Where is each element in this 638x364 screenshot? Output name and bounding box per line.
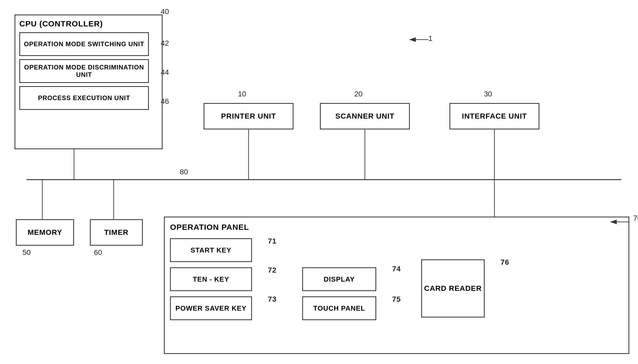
memory-box: MEMORY <box>16 219 74 246</box>
interface-unit-box: INTERFACE UNIT <box>449 103 539 129</box>
printer-unit-label: PRINTER UNIT <box>221 112 276 120</box>
printer-unit-box: PRINTER UNIT <box>204 103 293 129</box>
ref-80: 80 <box>180 168 188 176</box>
card-reader-box: CARD READER <box>421 259 485 318</box>
timer-box: TIMER <box>90 219 143 246</box>
display-box: DISPLAY <box>302 267 376 291</box>
power-saver-key-label: POWER SAVER KEY <box>176 304 247 312</box>
op-mode-disc-label: OPERATION MODE DISCRIMINATION UNIT <box>20 64 148 78</box>
touch-panel-label: TOUCH PANEL <box>313 304 365 312</box>
ref-71: 71 <box>268 237 277 245</box>
ref-46: 46 <box>161 97 169 106</box>
ref-74: 74 <box>392 265 401 273</box>
cpu-controller-box: CPU (CONTROLLER) OPERATION MODE SWITCHIN… <box>15 15 163 149</box>
ref-73: 73 <box>268 295 277 304</box>
op-mode-switch-box: OPERATION MODE SWITCHING UNIT <box>19 32 149 56</box>
power-saver-key-box: POWER SAVER KEY <box>170 296 252 320</box>
ref-44: 44 <box>161 68 169 77</box>
ref-60: 60 <box>94 248 102 257</box>
ref-42: 42 <box>161 39 169 48</box>
ref-72: 72 <box>268 266 277 274</box>
scanner-unit-box: SCANNER UNIT <box>320 103 410 129</box>
ref-30: 30 <box>484 90 492 98</box>
start-key-box: START KEY <box>170 238 252 262</box>
op-mode-switch-label: OPERATION MODE SWITCHING UNIT <box>24 40 144 48</box>
display-label: DISPLAY <box>324 275 355 283</box>
ref-20: 20 <box>354 90 362 98</box>
ref-75: 75 <box>392 295 401 304</box>
ref-50: 50 <box>22 248 31 257</box>
interface-unit-label: INTERFACE UNIT <box>462 112 527 120</box>
operation-panel-box: OPERATION PANEL START KEY TEN - KEY POWE… <box>164 217 629 354</box>
op-mode-disc-box: OPERATION MODE DISCRIMINATION UNIT <box>19 59 149 83</box>
card-reader-label: CARD READER <box>424 284 482 293</box>
ten-key-label: TEN - KEY <box>193 275 229 283</box>
ref-76: 76 <box>501 258 509 267</box>
cpu-controller-label: CPU (CONTROLLER) <box>19 19 103 28</box>
start-key-label: START KEY <box>191 246 231 254</box>
operation-panel-label: OPERATION PANEL <box>170 223 249 232</box>
ref-10: 10 <box>238 90 246 98</box>
timer-label: TIMER <box>104 228 128 237</box>
process-exec-label: PROCESS EXECUTION UNIT <box>38 94 130 102</box>
process-exec-box: PROCESS EXECUTION UNIT <box>19 86 149 110</box>
touch-panel-box: TOUCH PANEL <box>302 296 376 320</box>
ten-key-box: TEN - KEY <box>170 267 252 291</box>
scanner-unit-label: SCANNER UNIT <box>335 112 394 120</box>
memory-label: MEMORY <box>28 228 62 237</box>
ref-40: 40 <box>161 7 169 16</box>
